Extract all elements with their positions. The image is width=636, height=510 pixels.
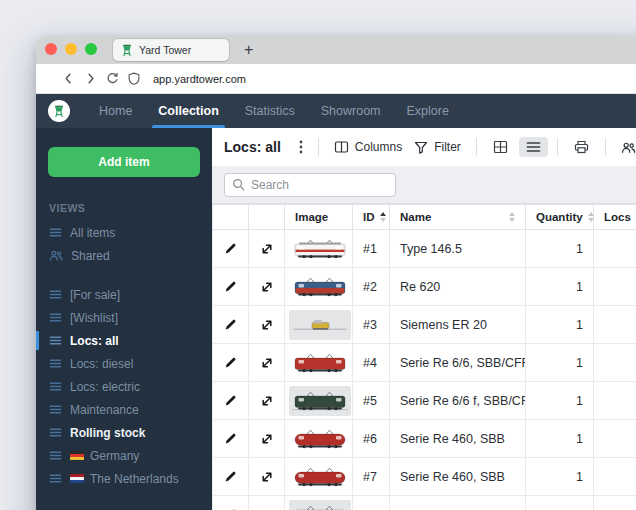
reload-button[interactable]	[106, 72, 119, 85]
cell-name: Serie Re 460, SBB	[390, 420, 526, 458]
expand-icon	[260, 432, 274, 446]
zoom-button[interactable]	[85, 43, 97, 55]
expand-button[interactable]	[257, 353, 277, 373]
nav-item-collection[interactable]: Collection	[145, 94, 231, 128]
list-icon	[49, 311, 62, 324]
new-tab-button[interactable]: +	[244, 42, 253, 58]
nav-item-explore[interactable]: Explore	[394, 94, 462, 128]
sidebar-item-label: Germany	[90, 449, 139, 463]
cell-id: #6	[353, 420, 390, 458]
close-button[interactable]	[45, 43, 57, 55]
item-image	[289, 310, 351, 340]
edit-button[interactable]	[221, 239, 240, 258]
cell-name: Serie Re 460, SBB	[390, 458, 526, 496]
back-button[interactable]	[62, 72, 75, 85]
expand-button[interactable]	[257, 429, 277, 449]
tab-title: Yard Tower	[139, 44, 191, 56]
column-header-name[interactable]: Name	[390, 205, 526, 230]
print-button[interactable]	[567, 136, 596, 158]
columns-button[interactable]: Columns	[328, 136, 408, 158]
people-icon	[49, 249, 63, 262]
pencil-icon	[224, 242, 237, 255]
column-header-id[interactable]: ID	[353, 205, 390, 230]
browser-window: Yard Tower + app.yardtower.com HomeColle…	[36, 36, 636, 510]
cell-locs: 1	[594, 496, 636, 510]
browser-tab[interactable]: Yard Tower	[113, 39, 229, 61]
item-image	[289, 500, 351, 510]
sidebar-item-all-items[interactable]: All items	[36, 221, 212, 244]
columns-icon	[334, 140, 349, 154]
sidebar-item-locs-all[interactable]: Locs: all	[36, 329, 212, 352]
expand-button[interactable]	[257, 391, 277, 411]
minimize-button[interactable]	[65, 43, 77, 55]
edit-button[interactable]	[221, 505, 240, 510]
filter-button[interactable]: Filter	[408, 136, 467, 158]
sidebar-item-locs-diesel[interactable]: Locs: diesel	[36, 352, 212, 375]
edit-button[interactable]	[221, 277, 240, 296]
expand-button[interactable]	[257, 239, 277, 259]
nav-item-showroom[interactable]: Showroom	[308, 94, 394, 128]
forward-button[interactable]	[84, 72, 97, 85]
table-row: #1Type 146.511	[213, 230, 636, 268]
expand-button[interactable]	[257, 505, 277, 510]
sidebar-item-germany[interactable]: Germany	[36, 444, 212, 467]
sidebar-item-rolling-stock[interactable]: Rolling stock	[36, 421, 212, 444]
url-text[interactable]: app.yardtower.com	[153, 73, 246, 85]
view-menu-button[interactable]	[293, 136, 309, 158]
reload-icon	[106, 72, 119, 85]
back-icon	[62, 72, 75, 85]
table-row: #3Siemens ER 2011	[213, 306, 636, 344]
printer-icon	[574, 140, 589, 154]
sidebar-item-label: Locs: electric	[70, 380, 140, 394]
sidebar-item-label: All items	[70, 226, 115, 240]
app-nav: HomeCollectionStatisticsShowroomExplore	[86, 94, 462, 128]
sidebar-item-label: Rolling stock	[70, 426, 145, 440]
expand-button[interactable]	[257, 315, 277, 335]
share-people-icon	[621, 141, 636, 154]
expand-button[interactable]	[257, 467, 277, 487]
sidebar-item-the-netherlands[interactable]: The Netherlands	[36, 467, 212, 490]
nav-item-statistics[interactable]: Statistics	[232, 94, 308, 128]
sidebar-item-label: Shared	[71, 249, 110, 263]
main-content: Locs: all Columns Filter	[212, 128, 636, 510]
cell-id: #2	[353, 268, 390, 306]
app-logo[interactable]	[48, 100, 70, 122]
cell-locs: 1	[594, 458, 636, 496]
cell-quantity: 1	[526, 382, 594, 420]
grid-view-button[interactable]	[486, 136, 515, 158]
nav-item-home[interactable]: Home	[86, 94, 145, 128]
sidebar-item-locs-electric[interactable]: Locs: electric	[36, 375, 212, 398]
edit-button[interactable]	[221, 429, 240, 448]
cell-id: #8	[353, 496, 390, 510]
column-header-blank	[249, 205, 285, 230]
table-row: #7Serie Re 460, SBB11	[213, 458, 636, 496]
sidebar-item-for-sale[interactable]: [For sale]	[36, 283, 212, 306]
toolbar-divider	[557, 138, 558, 156]
expand-button[interactable]	[257, 277, 277, 297]
edit-button[interactable]	[221, 353, 240, 372]
item-image	[289, 234, 351, 264]
cell-name: Serie Re 4/4II, SBB	[390, 496, 526, 510]
column-header-locs[interactable]: Locs	[594, 205, 636, 230]
cell-id: #7	[353, 458, 390, 496]
cell-locs: 1	[594, 268, 636, 306]
expand-icon	[260, 280, 274, 294]
search-box	[224, 173, 396, 197]
edit-button[interactable]	[221, 467, 240, 486]
yard-tower-favicon-icon	[121, 44, 133, 57]
search-icon	[232, 178, 245, 191]
sidebar-item-maintenance[interactable]: Maintenance	[36, 398, 212, 421]
sidebar-item-wishlist[interactable]: [Wishlist]	[36, 306, 212, 329]
column-header-quantity[interactable]: Quantity	[526, 205, 594, 230]
search-input[interactable]	[251, 178, 388, 192]
edit-button[interactable]	[221, 315, 240, 334]
cell-quantity: 1	[526, 268, 594, 306]
sidebar-item-shared[interactable]: Shared	[36, 244, 212, 267]
table-row: #8Serie Re 4/4II, SBB11	[213, 496, 636, 510]
add-item-button[interactable]: Add item	[48, 147, 200, 177]
list-view-button[interactable]	[519, 137, 548, 157]
collection-toolbar: Locs: all Columns Filter	[212, 128, 636, 166]
edit-button[interactable]	[221, 391, 240, 410]
table-header-row: ImageIDNameQuantityLocs	[213, 205, 636, 230]
share-button[interactable]: Share	[615, 136, 636, 158]
